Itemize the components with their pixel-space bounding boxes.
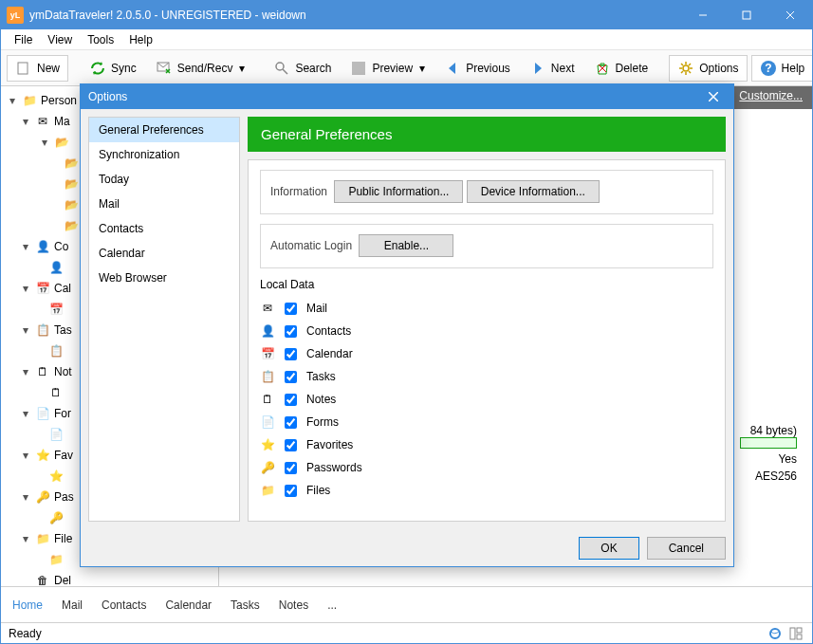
- expander-icon[interactable]: ▾: [20, 283, 31, 294]
- item-icon: 📄: [48, 427, 64, 442]
- notes-icon: 🗒: [260, 392, 275, 407]
- localdata-label: Calendar: [306, 347, 353, 360]
- tab-mail[interactable]: Mail: [62, 598, 83, 612]
- tab-contacts[interactable]: Contacts: [102, 598, 146, 612]
- files-icon: 📁: [260, 483, 275, 498]
- menu-view[interactable]: View: [40, 31, 80, 48]
- calendar-icon: 📅: [260, 346, 275, 361]
- item-icon: 🗒: [35, 364, 50, 379]
- enable-button[interactable]: Enable...: [359, 234, 453, 257]
- previous-button[interactable]: Previous: [436, 55, 518, 82]
- localdata-checkbox[interactable]: [285, 439, 297, 451]
- item-icon: 📅: [48, 302, 64, 317]
- localdata-legend: Local Data: [260, 278, 713, 291]
- options-label: Options: [699, 62, 738, 75]
- mail-icon: ✉: [35, 114, 50, 129]
- chevron-down-icon: ▾: [419, 62, 425, 75]
- maximize-button[interactable]: [725, 1, 768, 29]
- expander-icon[interactable]: ▾: [20, 450, 31, 461]
- autologin-fieldset: Automatic Login Enable...: [260, 224, 713, 268]
- next-label: Next: [551, 62, 575, 75]
- localdata-checkbox[interactable]: [285, 462, 297, 474]
- toolbar: New Sync Send/Recv ▾ Search Preview ▾ Pr…: [1, 50, 812, 86]
- minimize-button[interactable]: [681, 1, 725, 29]
- localdata-checkbox[interactable]: [285, 303, 297, 315]
- expander-icon[interactable]: ▾: [20, 366, 31, 377]
- cancel-button[interactable]: Cancel: [647, 537, 726, 560]
- chevron-down-icon: ▾: [239, 62, 245, 75]
- statusbar: Ready: [1, 622, 812, 643]
- enc-label: AES256: [740, 469, 797, 483]
- item-icon: 🗒: [48, 385, 64, 400]
- sidebar-item-calendar[interactable]: Calendar: [89, 241, 239, 266]
- dialog-close-button[interactable]: [701, 84, 726, 109]
- next-button[interactable]: Next: [522, 55, 582, 82]
- close-button[interactable]: [768, 1, 812, 29]
- localdata-checkbox[interactable]: [285, 371, 297, 383]
- localdata-label: Notes: [306, 393, 336, 406]
- device-info-button[interactable]: Device Information...: [467, 180, 600, 203]
- menu-tools[interactable]: Tools: [80, 31, 121, 48]
- expander-icon[interactable]: ▾: [7, 95, 18, 106]
- sidebar-item-contacts[interactable]: Contacts: [89, 216, 239, 241]
- preview-button[interactable]: Preview ▾: [342, 55, 433, 82]
- search-button[interactable]: Search: [266, 55, 339, 82]
- tasks-icon: 📋: [260, 369, 275, 384]
- folder-icon: 📁: [22, 93, 37, 108]
- tab-calendar[interactable]: Calendar: [165, 598, 212, 612]
- tab-more[interactable]: ...: [327, 598, 337, 612]
- dialog-titlebar: Options: [81, 84, 733, 109]
- menu-help[interactable]: Help: [121, 31, 160, 48]
- expander-icon[interactable]: ▾: [20, 116, 31, 127]
- delete-button[interactable]: Delete: [586, 55, 656, 82]
- ok-button[interactable]: OK: [579, 537, 638, 560]
- localdata-checkbox[interactable]: [285, 348, 297, 360]
- sendrecv-button[interactable]: Send/Recv ▾: [148, 55, 253, 82]
- tab-notes[interactable]: Notes: [279, 598, 308, 612]
- public-info-button[interactable]: Public Information...: [334, 180, 463, 203]
- menu-file[interactable]: File: [7, 31, 40, 48]
- progress-bar: [740, 437, 797, 449]
- expander-icon[interactable]: ▾: [20, 324, 31, 336]
- folder-icon: 📂: [64, 156, 79, 171]
- expander-icon[interactable]: ▾: [20, 408, 31, 419]
- sidebar-item-mail[interactable]: Mail: [89, 192, 239, 216]
- folder-icon: 📂: [54, 135, 69, 150]
- sidebar-item-general[interactable]: General Preferences: [89, 118, 239, 142]
- item-icon: 📋: [35, 322, 50, 338]
- item-icon: 👤: [35, 239, 50, 254]
- localdata-row: 🔑Passwords: [260, 456, 713, 479]
- sidebar-item-sync[interactable]: Synchronization: [89, 142, 239, 167]
- tree-label: Ma: [54, 115, 70, 128]
- tab-tasks[interactable]: Tasks: [231, 598, 260, 612]
- expander-icon[interactable]: ▾: [20, 241, 31, 252]
- item-icon: 🔑: [35, 489, 50, 505]
- sendrecv-label: Send/Recv: [177, 62, 233, 75]
- localdata-checkbox[interactable]: [285, 325, 297, 338]
- bottom-tabs: Home Mail Contacts Calendar Tasks Notes …: [1, 586, 812, 622]
- localdata-checkbox[interactable]: [285, 485, 297, 497]
- new-button[interactable]: New: [7, 55, 68, 82]
- tree-item[interactable]: 🗑Del: [3, 570, 216, 586]
- tab-home[interactable]: Home: [12, 598, 43, 612]
- tree-label: Fav: [54, 449, 73, 462]
- layout-icon[interactable]: [787, 625, 804, 642]
- contacts-icon: 👤: [260, 323, 275, 339]
- preview-icon: [350, 60, 367, 77]
- sidebar-item-today[interactable]: Today: [89, 167, 239, 192]
- tree-label: Cal: [54, 282, 71, 295]
- options-button[interactable]: Options: [669, 55, 747, 82]
- sync-button[interactable]: Sync: [82, 55, 144, 82]
- expander-icon[interactable]: ▾: [20, 533, 31, 544]
- sync-label: Sync: [111, 62, 137, 75]
- localdata-checkbox[interactable]: [285, 416, 297, 429]
- expander-icon[interactable]: ▾: [39, 137, 50, 148]
- expander-icon[interactable]: ▾: [20, 491, 31, 503]
- help-button[interactable]: ? Help: [751, 55, 813, 82]
- folder-icon: 📂: [64, 176, 79, 192]
- ie-icon[interactable]: [767, 625, 784, 642]
- sidebar-item-webbrowser[interactable]: Web Browser: [89, 266, 239, 290]
- yes-label: Yes: [740, 452, 797, 466]
- localdata-checkbox[interactable]: [285, 394, 297, 406]
- localdata-row: 📄Forms: [260, 411, 713, 433]
